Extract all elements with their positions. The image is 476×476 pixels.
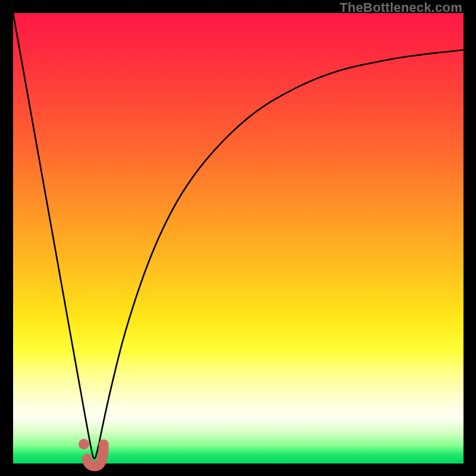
watermark-text: TheBottleneck.com <box>340 0 462 15</box>
plot-svg <box>13 13 464 464</box>
chart-frame: TheBottleneck.com <box>0 0 476 476</box>
j-marker-icon <box>87 444 104 466</box>
marker-dot-icon <box>79 439 89 450</box>
bottleneck-curve <box>13 13 464 459</box>
